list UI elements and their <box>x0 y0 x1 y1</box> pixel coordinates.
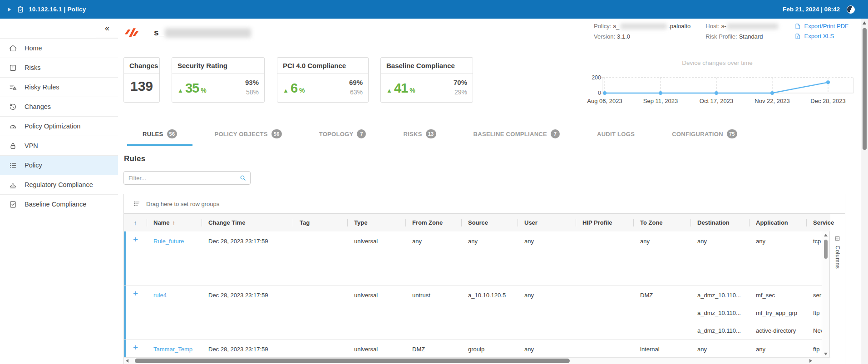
rule-name-link[interactable]: Rule_future <box>153 238 184 245</box>
rules-table: Drag here to set row groups ↑Name↑Change… <box>123 194 845 364</box>
tab-count-badge: 75 <box>727 129 737 138</box>
column-header-label: User <box>524 219 538 226</box>
vertical-scroll-thumb[interactable] <box>824 240 828 259</box>
account-icon[interactable] <box>847 5 855 14</box>
columns-grid-icon <box>834 236 840 241</box>
expand-row-button[interactable]: + <box>124 339 147 358</box>
page-scroll-thumb[interactable] <box>863 28 867 150</box>
cell-entry: active-directory <box>756 327 804 334</box>
delta-value: 35 <box>185 81 199 96</box>
scroll-right-icon[interactable] <box>809 359 812 363</box>
cell-service: serftpNev <box>806 285 823 339</box>
sidebar-item-regulatory-compliance[interactable]: Regulatory Compliance <box>0 175 118 195</box>
cell-source: a_10.10.120.5 <box>461 285 518 339</box>
cell-entry: mf_sec <box>756 292 804 299</box>
sidebar-collapse-button[interactable]: « <box>96 19 118 38</box>
breadcrumb-caret-icon[interactable] <box>8 7 11 12</box>
tab-configuration[interactable]: CONFIGURATION75 <box>656 127 753 146</box>
tab-topology[interactable]: TOPOLOGY7 <box>304 127 382 146</box>
svg-text:Nov 22, 2023: Nov 22, 2023 <box>755 98 789 104</box>
column-header-from-zone[interactable]: From Zone <box>405 214 461 231</box>
table-horizontal-scrollbar[interactable] <box>124 357 830 364</box>
table-row-rule4: +rule4Dec 28, 2023 23:17:59universaluntr… <box>124 285 823 339</box>
previous-percentage: 63% <box>349 89 363 96</box>
cell-tag <box>293 339 347 358</box>
sidebar-item-policy[interactable]: Policy <box>0 156 118 175</box>
cell-entry: a_dmz_10.110... <box>697 310 746 317</box>
horizontal-scroll-thumb[interactable] <box>135 359 570 363</box>
expand-row-button[interactable]: + <box>124 285 147 339</box>
changes-card-title: Changes <box>124 58 159 74</box>
column-header-label: Source <box>468 219 488 226</box>
export-xls-label: Export XLS <box>804 33 834 39</box>
breadcrumb[interactable]: 10.132.16.1 | Policy <box>29 6 86 13</box>
scroll-down-icon[interactable] <box>824 353 828 355</box>
column-header-source[interactable]: Source <box>461 214 518 231</box>
sidebar-item-risks[interactable]: Risks <box>0 58 118 78</box>
column-header-type[interactable]: Type <box>347 214 405 231</box>
sidebar-item-label: Policy <box>25 162 42 169</box>
sidebar-item-label: VPN <box>25 142 38 149</box>
column-header-change-time[interactable]: Change Time <box>202 214 293 231</box>
tab-audit-logs[interactable]: AUDIT LOGS <box>582 127 650 146</box>
rule-name-cell: Rule_future <box>147 231 202 285</box>
column-header-to-zone[interactable]: To Zone <box>633 214 690 231</box>
pdf-file-icon <box>794 23 801 30</box>
column-header-hip-profile[interactable]: HIP Profile <box>576 214 633 231</box>
scroll-up-icon[interactable] <box>824 234 828 236</box>
row-accent-bar <box>124 285 126 339</box>
tab-label: RULES <box>143 131 163 138</box>
current-percentage: 70% <box>454 79 467 86</box>
sidebar-item-risky-rules[interactable]: Risky Rules <box>0 78 118 97</box>
page-scrollbar[interactable] <box>861 19 868 364</box>
gauge-icon <box>8 122 17 131</box>
cell-service: tcp <box>806 231 823 285</box>
row-group-dropzone[interactable]: Drag here to set row groups <box>124 194 845 214</box>
tab-policy-objects[interactable]: POLICY OBJECTS56 <box>199 127 297 146</box>
columns-tool-panel-tab[interactable]: Columns <box>829 231 845 364</box>
sidebar-item-label: Risks <box>25 64 40 71</box>
cell-hip-profile <box>576 339 633 358</box>
search-icon[interactable] <box>239 174 247 182</box>
tab-rules[interactable]: RULES56 <box>127 127 192 146</box>
export-xls-link[interactable]: Export XLS <box>794 33 848 39</box>
rule-name-link[interactable]: Tammar_Temp <box>153 346 192 353</box>
pci-compliance-card: PCI 4.0 Compliance ▲ 6 % 69% 63% <box>277 57 369 103</box>
risk-icon <box>8 63 17 72</box>
sidebar-item-policy-optimization[interactable]: Policy Optimization <box>0 117 118 136</box>
column-header-name[interactable]: Name↑ <box>147 214 202 231</box>
cell-entry: any <box>756 346 804 353</box>
risk-profile-line: Risk Profile: Standard <box>705 33 779 40</box>
tab-baseline-compliance[interactable]: BASELINE COMPLIANCE7 <box>458 127 575 146</box>
rule-name-link[interactable]: rule4 <box>153 292 167 299</box>
sidebar-item-vpn[interactable]: VPN <box>0 136 118 156</box>
cell-type: universal <box>347 339 405 358</box>
table-row-tammar-temp: +Tammar_TempDec 28, 2023 23:17:59univers… <box>124 339 823 358</box>
page-scroll-up-icon[interactable] <box>863 21 866 25</box>
column-header-user[interactable]: User <box>518 214 576 231</box>
expand-row-button[interactable]: + <box>124 231 147 285</box>
tab-label: TOPOLOGY <box>319 131 354 138</box>
tab-label: RISKS <box>403 131 422 138</box>
sidebar-item-changes[interactable]: Changes <box>0 97 118 117</box>
column-header-service[interactable]: Service <box>806 214 843 231</box>
scroll-left-icon[interactable] <box>126 359 128 363</box>
column-header-application[interactable]: Application <box>749 214 806 231</box>
svg-text:Sep 11, 2023: Sep 11, 2023 <box>643 98 678 104</box>
topbar-right: Feb 21, 2024 | 08:42 <box>783 5 855 14</box>
sort-all-header[interactable]: ↑ <box>124 214 147 231</box>
cell-user: any <box>518 339 576 358</box>
tab-label: BASELINE COMPLIANCE <box>473 131 547 138</box>
svg-text:Dec 28, 2023: Dec 28, 2023 <box>810 98 845 104</box>
filter-input[interactable] <box>124 175 239 182</box>
sidebar-item-label: Baseline Compliance <box>25 201 86 208</box>
export-pdf-link[interactable]: Export/Print PDF <box>794 23 848 30</box>
column-header-tag[interactable]: Tag <box>293 214 347 231</box>
sidebar-item-baseline-compliance[interactable]: Baseline Compliance <box>0 195 118 214</box>
sidebar-item-home[interactable]: Home <box>0 39 118 58</box>
cell-change-time: Dec 28, 2023 23:17:59 <box>202 339 293 358</box>
table-vertical-scrollbar[interactable] <box>822 231 829 358</box>
version-line: Version: 3.1.0 <box>594 33 690 40</box>
column-header-destination[interactable]: Destination <box>690 214 749 231</box>
tab-risks[interactable]: RISKS13 <box>388 127 451 146</box>
